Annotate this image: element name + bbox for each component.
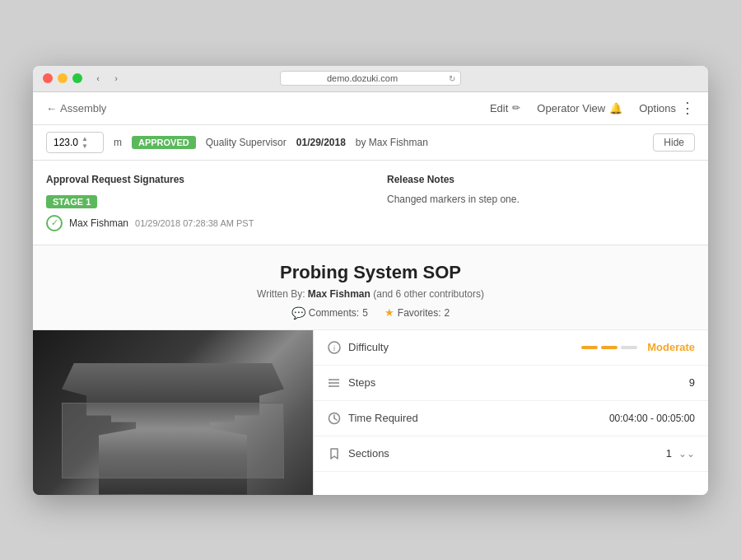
- document-meta: Written By: Max Fishman (and 6 other con…: [46, 288, 695, 300]
- title-bar: ‹ › demo.dozuki.com ↻: [33, 66, 708, 92]
- document-title: Probing System SOP: [46, 262, 695, 283]
- refresh-icon[interactable]: ↻: [449, 74, 455, 83]
- nav-arrows: ‹ ›: [91, 71, 124, 86]
- approval-panel: Approval Request Signatures STAGE 1 ✓ Ma…: [33, 161, 708, 245]
- stage-badge: STAGE 1: [46, 195, 97, 208]
- difficulty-icon: i: [327, 340, 342, 355]
- document-header: Probing System SOP Written By: Max Fishm…: [33, 245, 708, 330]
- difficulty-label-container: i Difficulty: [327, 340, 426, 355]
- operator-view-label: Operator View: [537, 102, 605, 114]
- sections-label: Sections: [348, 447, 389, 460]
- hide-button[interactable]: Hide: [653, 133, 695, 152]
- comments-stat: 💬 Comments: 5: [291, 306, 368, 320]
- approval-bar: 123.0 ▲ ▼ m APPROVED Quality Supervisor …: [33, 125, 708, 161]
- time-value: 00:04:00 - 00:05:00: [609, 413, 695, 424]
- signature-row: ✓ Max Fishman 01/29/2018 07:28:38 AM PST: [46, 215, 354, 231]
- bookmark-icon: [327, 446, 342, 461]
- document-stats: 💬 Comments: 5 ★ Favorites: 2: [46, 306, 695, 320]
- options-label: Options: [639, 102, 676, 114]
- main-content: i Difficulty Moderate: [33, 330, 708, 495]
- machine-image: [33, 330, 313, 495]
- steps-label: Steps: [348, 376, 375, 389]
- sections-row: Sections 1 ⌄⌄: [314, 436, 708, 472]
- back-arrow[interactable]: ‹: [91, 71, 105, 86]
- comments-count: 5: [362, 307, 368, 319]
- maximize-button[interactable]: [72, 73, 82, 83]
- signatures-section: Approval Request Signatures STAGE 1 ✓ Ma…: [46, 174, 354, 231]
- image-panel: [33, 330, 313, 495]
- close-button[interactable]: [43, 73, 53, 83]
- approval-by: by Max Fishman: [356, 137, 428, 148]
- time-label-container: Time Required: [327, 411, 426, 426]
- back-label: Assembly: [60, 102, 106, 114]
- check-icon: ✓: [46, 215, 63, 231]
- favorites-stat: ★ Favorites: 2: [384, 306, 450, 320]
- approval-role: Quality Supervisor: [206, 137, 287, 148]
- approval-date: 01/29/2018: [296, 137, 346, 148]
- star-icon: ★: [384, 306, 394, 319]
- version-spinners[interactable]: ▲ ▼: [82, 135, 88, 150]
- back-button[interactable]: ← Assembly: [46, 102, 106, 114]
- bell-icon: 🔔: [609, 102, 622, 114]
- difficulty-value-container: Moderate: [581, 341, 695, 353]
- difficulty-label: Difficulty: [348, 341, 389, 353]
- steps-label-container: Steps: [327, 376, 426, 390]
- steps-icon: [327, 376, 342, 390]
- back-arrow-icon: ←: [46, 102, 57, 114]
- difficulty-dots: [581, 346, 637, 349]
- comments-label: Comments:: [309, 307, 359, 319]
- header-actions: Edit ✏ Operator View 🔔 Options ⋮: [490, 99, 695, 117]
- steps-row: Steps 9: [314, 366, 708, 401]
- svg-point-7: [329, 385, 330, 387]
- svg-point-5: [329, 379, 330, 380]
- difficulty-row: i Difficulty Moderate: [314, 330, 708, 366]
- sign-date: 01/29/2018 07:28:38 AM PST: [135, 218, 254, 228]
- forward-arrow[interactable]: ›: [109, 71, 124, 86]
- steps-value: 9: [689, 376, 695, 389]
- chevron-down-icon[interactable]: ⌄⌄: [678, 448, 695, 460]
- svg-point-6: [329, 382, 330, 384]
- approved-badge: APPROVED: [132, 136, 196, 149]
- favorites-label: Favorites:: [398, 307, 441, 319]
- release-notes-text: Changed markers in step one.: [387, 194, 695, 205]
- time-label: Time Required: [348, 412, 418, 424]
- edit-icon: ✏: [512, 102, 520, 114]
- time-row: Time Required 00:04:00 - 00:05:00: [314, 401, 708, 436]
- edit-button[interactable]: Edit ✏: [490, 102, 520, 114]
- version-value: 123.0: [54, 137, 78, 148]
- written-by-prefix: Written By:: [257, 288, 305, 300]
- edit-label: Edit: [490, 102, 508, 114]
- difficulty-text: Moderate: [647, 341, 695, 353]
- sections-label-container: Sections: [327, 446, 426, 461]
- url-bar[interactable]: demo.dozuki.com ↻: [280, 71, 461, 86]
- dot-1: [581, 346, 598, 349]
- contributors: (and 6 other contributors): [373, 288, 484, 300]
- dot-2: [601, 346, 618, 349]
- release-notes-title: Release Notes: [387, 174, 695, 185]
- unit-label: m: [114, 137, 122, 148]
- app-header: ← Assembly Edit ✏ Operator View 🔔 Option…: [33, 92, 708, 125]
- operator-view-button[interactable]: Operator View 🔔: [537, 102, 622, 114]
- url-text: demo.dozuki.com: [327, 73, 398, 83]
- signatures-title: Approval Request Signatures: [46, 174, 354, 185]
- traffic-lights: [43, 73, 82, 83]
- favorites-count: 2: [445, 307, 450, 319]
- svg-text:i: i: [333, 344, 335, 352]
- version-input[interactable]: 123.0 ▲ ▼: [46, 132, 104, 153]
- sections-value: 1: [666, 447, 672, 460]
- minimize-button[interactable]: [58, 73, 68, 83]
- sections-value-container: 1 ⌄⌄: [666, 447, 695, 460]
- svg-line-10: [334, 418, 337, 420]
- info-panel: i Difficulty Moderate: [313, 330, 708, 495]
- options-button[interactable]: Options ⋮: [639, 99, 695, 117]
- options-dots-icon: ⋮: [680, 99, 695, 117]
- author-name: Max Fishman: [308, 288, 370, 300]
- clock-icon: [327, 411, 342, 426]
- comment-icon: 💬: [291, 306, 305, 320]
- browser-window: ‹ › demo.dozuki.com ↻ ← Assembly Edit ✏ …: [33, 66, 708, 495]
- release-notes-section: Release Notes Changed markers in step on…: [387, 174, 695, 231]
- dot-3: [621, 346, 637, 349]
- signer-name: Max Fishman: [69, 217, 128, 229]
